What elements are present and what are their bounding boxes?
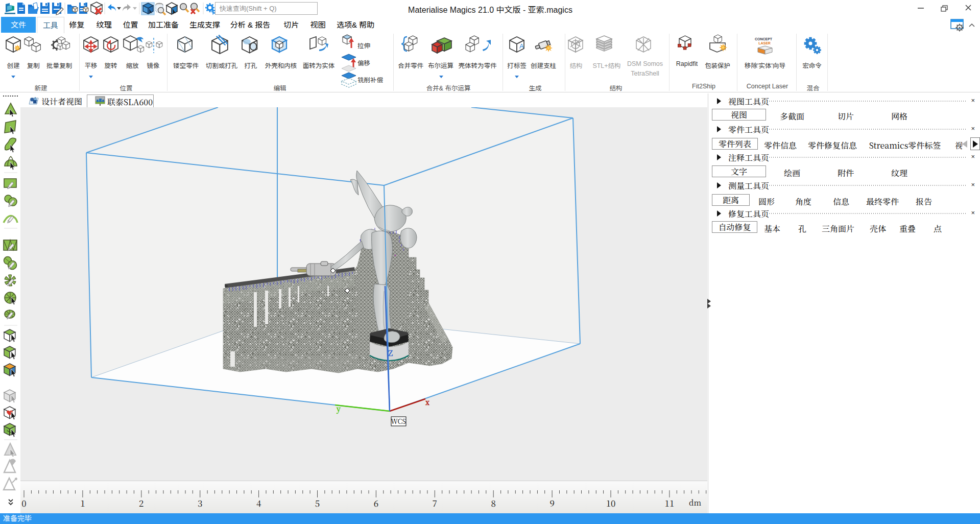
svg-text:10: 10 [606, 496, 616, 509]
svg-text:CONCEPT: CONCEPT [755, 37, 773, 41]
svg-text:11: 11 [665, 496, 675, 509]
svg-text:Z: Z [388, 347, 393, 358]
svg-text:1: 1 [80, 496, 85, 509]
svg-text:6: 6 [374, 496, 378, 509]
svg-text:dm: dm [689, 497, 701, 508]
svg-text:3: 3 [198, 496, 202, 509]
svg-text:0: 0 [21, 496, 26, 509]
svg-text:5: 5 [315, 496, 320, 509]
svg-text:x: x [425, 397, 430, 407]
svg-text:y: y [336, 403, 341, 414]
svg-text:LASER: LASER [758, 41, 771, 45]
svg-text:WCS: WCS [391, 416, 406, 426]
svg-text:9: 9 [549, 496, 554, 509]
svg-text:2: 2 [139, 496, 144, 509]
svg-text:4: 4 [256, 496, 261, 509]
svg-text:7: 7 [433, 496, 437, 509]
svg-text:8: 8 [491, 496, 496, 509]
svg-text:A: A [519, 42, 524, 50]
